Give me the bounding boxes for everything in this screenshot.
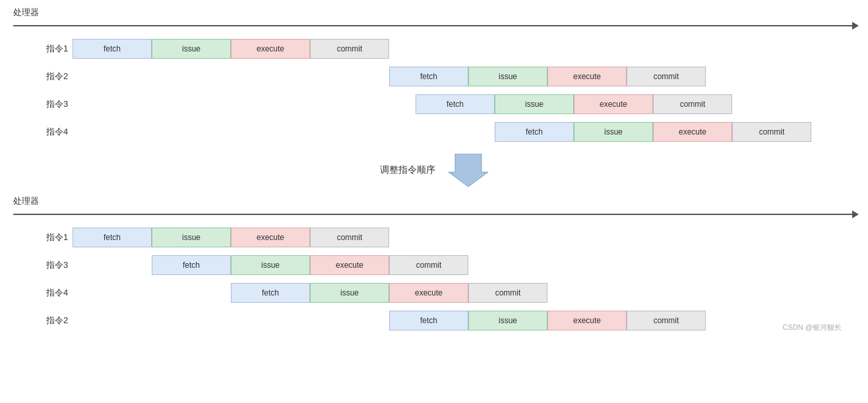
- instr-label-b2: 指令2: [46, 315, 73, 326]
- table-row: 指令3 fetch issue execute commit: [46, 92, 855, 116]
- execute-stage: execute: [310, 255, 389, 275]
- commit-stage: commit: [653, 94, 732, 114]
- commit-stage: commit: [627, 67, 706, 86]
- fetch-stage: fetch: [416, 94, 495, 114]
- pipeline-area-2: fetch issue execute commit: [73, 65, 855, 88]
- issue-stage: issue: [495, 94, 574, 114]
- issue-stage: issue: [231, 255, 310, 275]
- middle-section: 调整指令顺序: [13, 150, 855, 190]
- fetch-stage: fetch: [152, 255, 231, 275]
- pipeline-area-4: fetch issue execute commit: [73, 120, 855, 144]
- pipeline-area-b1: fetch issue execute commit: [73, 226, 855, 249]
- top-pipeline-diagram: 指令1 fetch issue execute commit 指令2 fetch…: [46, 37, 855, 144]
- bottom-pipeline-diagram: 指令1 fetch issue execute commit 指令3 fetch…: [46, 226, 855, 332]
- issue-stage: issue: [574, 122, 653, 142]
- fetch-stage: fetch: [389, 311, 468, 330]
- instr-label-b1: 指令1: [46, 232, 73, 243]
- instr-label-4: 指令4: [46, 126, 73, 138]
- instr-label-2: 指令2: [46, 71, 73, 82]
- adjust-label: 调整指令顺序: [380, 164, 435, 176]
- commit-stage: commit: [389, 255, 468, 275]
- commit-stage: commit: [732, 122, 811, 142]
- stages-b3: fetch issue execute commit: [152, 255, 468, 275]
- execute-stage: execute: [547, 67, 627, 86]
- stages-b1: fetch issue execute commit: [73, 228, 389, 247]
- execute-stage: execute: [231, 228, 310, 247]
- stages-1: fetch issue execute commit: [73, 39, 389, 59]
- bottom-processor-label: 处理器: [13, 195, 855, 207]
- pipeline-area-3: fetch issue execute commit: [73, 92, 855, 116]
- issue-stage: issue: [468, 67, 547, 86]
- stages-4: fetch issue execute commit: [495, 122, 811, 142]
- commit-stage: commit: [310, 228, 389, 247]
- fetch-stage: fetch: [495, 122, 574, 142]
- table-row: 指令2 fetch issue execute commit: [46, 65, 855, 88]
- pipeline-area-b2: fetch issue execute commit: [73, 309, 855, 332]
- commit-stage: commit: [627, 311, 706, 330]
- fetch-stage: fetch: [73, 39, 152, 59]
- table-row: 指令1 fetch issue execute commit: [46, 226, 855, 249]
- pipeline-area-b3: fetch issue execute commit: [73, 253, 855, 277]
- issue-stage: issue: [152, 228, 231, 247]
- execute-stage: execute: [574, 94, 653, 114]
- table-row: 指令2 fetch issue execute commit: [46, 309, 855, 332]
- instr-label-1: 指令1: [46, 43, 73, 55]
- pipeline-area-1: fetch issue execute commit: [73, 37, 855, 61]
- top-processor-label: 处理器: [13, 7, 855, 18]
- table-row: 指令1 fetch issue execute commit: [46, 37, 855, 61]
- fetch-stage: fetch: [73, 228, 152, 247]
- stages-b2: fetch issue execute commit: [389, 311, 706, 330]
- down-arrow-icon: [449, 154, 488, 187]
- instr-label-3: 指令3: [46, 98, 73, 110]
- execute-stage: execute: [653, 122, 732, 142]
- watermark: CSDN @银河舰长: [783, 323, 842, 332]
- execute-stage: execute: [231, 39, 310, 59]
- issue-stage: issue: [152, 39, 231, 59]
- stages-3: fetch issue execute commit: [416, 94, 732, 114]
- issue-stage: issue: [468, 311, 547, 330]
- stages-2: fetch issue execute commit: [389, 67, 706, 86]
- bottom-timeline-bar: [13, 208, 855, 220]
- svg-marker-0: [449, 154, 488, 187]
- fetch-stage: fetch: [389, 67, 468, 86]
- pipeline-area-b4: fetch issue execute commit: [73, 281, 855, 305]
- stages-b4: fetch issue execute commit: [231, 283, 547, 303]
- table-row: 指令3 fetch issue execute commit: [46, 253, 855, 277]
- instr-label-b3: 指令3: [46, 259, 73, 271]
- table-row: 指令4 fetch issue execute commit: [46, 281, 855, 305]
- instr-label-b4: 指令4: [46, 287, 73, 299]
- table-row: 指令4 fetch issue execute commit: [46, 120, 855, 144]
- execute-stage: execute: [389, 283, 468, 303]
- commit-stage: commit: [468, 283, 547, 303]
- top-timeline-bar: [13, 20, 855, 32]
- commit-stage: commit: [310, 39, 389, 59]
- execute-stage: execute: [547, 311, 627, 330]
- bottom-section: 处理器 指令1 fetch issue execute commit 指令3 f…: [13, 195, 855, 332]
- top-section: 处理器 指令1 fetch issue execute commit 指令2 f…: [13, 7, 855, 144]
- issue-stage: issue: [310, 283, 389, 303]
- fetch-stage: fetch: [231, 283, 310, 303]
